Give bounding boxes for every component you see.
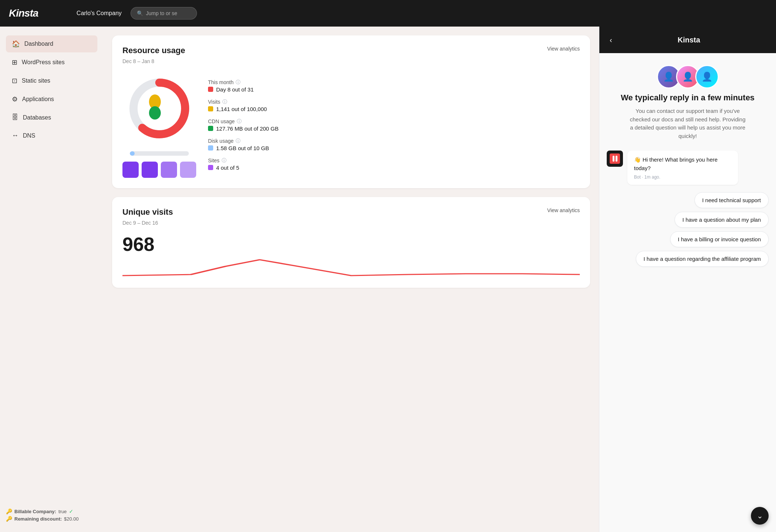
sites-label: Sites <box>208 158 219 163</box>
info-icon-visits[interactable]: ⓘ <box>222 99 227 105</box>
dot-blue <box>208 145 213 151</box>
dot-red <box>208 87 213 92</box>
reply-technical-support[interactable]: I need technical support <box>694 192 769 208</box>
sidebar-item-dashboard[interactable]: 🏠 Dashboard <box>6 35 97 52</box>
info-icon-sites[interactable]: ⓘ <box>222 157 226 164</box>
stat-disk: Disk usage ⓘ 1.58 GB out of 10 GB <box>208 138 278 151</box>
block-1 <box>122 162 139 178</box>
bot-bubble: 👋 Hi there! What brings you here today? … <box>627 151 738 185</box>
billable-label: Billable Company: <box>14 509 56 514</box>
visit-count: 968 <box>122 233 580 255</box>
sites-value: 4 out of 5 <box>216 165 239 171</box>
blocks-row <box>122 162 196 178</box>
app-logo: Kinsta <box>9 7 38 19</box>
this-month-label: This month <box>208 79 233 85</box>
dot-yellow <box>208 106 213 111</box>
visits-card-title: Unique visits <box>122 207 173 217</box>
home-icon: 🏠 <box>12 40 20 48</box>
sidebar-nav: 🏠 Dashboard ⊞ WordPress sites ⊡ Static s… <box>6 35 97 144</box>
reply-time: We typically reply in a few minutes <box>621 93 755 103</box>
unique-visits-card: Unique visits View analytics Dec 9 – Dec… <box>112 197 590 288</box>
wordpress-icon: ⊞ <box>12 58 17 66</box>
sidebar-label-wordpress: WordPress sites <box>22 59 65 66</box>
sidebar-label-static-sites: Static sites <box>22 77 50 84</box>
chat-title: Kinsta <box>621 36 757 44</box>
key-icon-discount: 🔑 <box>6 516 12 522</box>
disk-value: 1.58 GB out of 10 GB <box>216 145 269 151</box>
visits-card-header: Unique visits View analytics <box>122 207 580 217</box>
search-placeholder: Jump to or se <box>146 10 177 16</box>
resource-view-analytics[interactable]: View analytics <box>547 46 580 52</box>
sidebar-label-applications: Applications <box>22 96 54 103</box>
sidebar-item-applications[interactable]: ⚙ Applications <box>6 91 97 108</box>
discount-label: Remaining discount: <box>14 516 62 522</box>
dot-purple <box>208 165 213 170</box>
discount-value: $20.00 <box>64 516 79 522</box>
search-icon: 🔍 <box>137 10 143 16</box>
info-icon-month[interactable]: ⓘ <box>236 79 240 86</box>
reply-plan-question[interactable]: I have a question about my plan <box>675 212 769 228</box>
stat-sites: Sites ⓘ 4 out of 5 <box>208 157 278 171</box>
chevron-down-icon: ⌄ <box>757 511 763 520</box>
sidebar-item-wordpress[interactable]: ⊞ WordPress sites <box>6 54 97 71</box>
search-bar[interactable]: 🔍 Jump to or se <box>131 7 197 20</box>
bot-avatar-inner <box>610 153 620 164</box>
stat-visits: Visits ⓘ 1,141 out of 100,000 <box>208 99 278 112</box>
key-icon-billable: 🔑 <box>6 508 12 514</box>
svg-point-3 <box>149 106 161 120</box>
visits-value: 1,141 out of 100,000 <box>216 106 267 112</box>
resource-card-header: Resource usage View analytics <box>122 46 580 55</box>
reply-description: You can contact our support team if you'… <box>629 107 747 140</box>
disk-label: Disk usage <box>208 138 233 144</box>
bot-avatar <box>607 151 623 167</box>
company-name: Carlo's Company <box>77 10 122 17</box>
visits-label: Visits <box>208 99 220 105</box>
sidebar: 🏠 Dashboard ⊞ WordPress sites ⊡ Static s… <box>0 27 103 532</box>
scroll-down-button[interactable]: ⌄ <box>751 507 769 525</box>
resource-card-title: Resource usage <box>122 46 185 55</box>
visits-view-analytics[interactable]: View analytics <box>547 207 580 213</box>
agent-avatar-3: 👤 <box>695 65 719 89</box>
billable-value: true <box>58 509 66 514</box>
donut-chart <box>122 72 196 145</box>
dot-green <box>208 126 213 131</box>
databases-icon: 🗄 <box>12 114 18 121</box>
agents-intro: 👤 👤 👤 We typically reply in a few minute… <box>607 62 769 143</box>
sidebar-item-dns[interactable]: ↔ DNS <box>6 127 97 144</box>
sidebar-label-dns: DNS <box>23 132 35 139</box>
reply-billing-question[interactable]: I have a billing or invoice question <box>670 231 769 247</box>
block-3 <box>161 162 177 178</box>
chat-body: 👤 👤 👤 We typically reply in a few minute… <box>599 53 776 532</box>
info-icon-disk[interactable]: ⓘ <box>236 138 240 144</box>
sidebar-label-dashboard: Dashboard <box>24 41 53 47</box>
visits-date-range: Dec 9 – Dec 16 <box>122 220 580 226</box>
cdn-label: CDN usage <box>208 118 235 124</box>
reply-affiliate-question[interactable]: I have a question regarding the affiliat… <box>636 251 769 267</box>
agents-avatars: 👤 👤 👤 <box>657 65 719 89</box>
block-4 <box>180 162 196 178</box>
static-sites-icon: ⊡ <box>12 77 17 85</box>
stats-list: This month ⓘ Day 8 out of 31 Visits ⓘ <box>208 79 278 171</box>
sidebar-item-databases[interactable]: 🗄 Databases <box>6 109 97 126</box>
sidebar-label-databases: Databases <box>23 114 51 121</box>
chat-back-button[interactable]: ‹ <box>607 34 615 46</box>
sidebar-item-static-sites[interactable]: ⊡ Static sites <box>6 72 97 89</box>
reply-options: I need technical support I have a questi… <box>607 192 769 267</box>
chat-header: ‹ Kinsta <box>599 27 776 53</box>
chat-panel: ‹ Kinsta 👤 👤 👤 We typically reply in <box>599 27 776 532</box>
visits-mini-chart <box>122 255 580 277</box>
cdn-value: 127.76 MB out of 200 GB <box>216 125 278 132</box>
block-2 <box>142 162 158 178</box>
bot-message-text: 👋 Hi there! What brings you here today? <box>634 156 731 172</box>
bot-timestamp: Bot · 1m ago. <box>634 175 731 180</box>
resource-date-range: Dec 8 – Jan 8 <box>122 58 580 64</box>
resource-content: This month ⓘ Day 8 out of 31 Visits ⓘ <box>122 72 580 178</box>
progress-bar <box>130 151 189 156</box>
stat-cdn: CDN usage ⓘ 127.76 MB out of 200 GB <box>208 118 278 132</box>
applications-icon: ⚙ <box>12 95 18 103</box>
bot-message-row: 👋 Hi there! What brings you here today? … <box>607 151 769 185</box>
billable-check: ✓ <box>69 508 73 514</box>
info-icon-cdn[interactable]: ⓘ <box>237 118 242 125</box>
stat-this-month: This month ⓘ Day 8 out of 31 <box>208 79 278 93</box>
sidebar-footer: 🔑 Billable Company: true ✓ 🔑 Remaining d… <box>6 508 97 523</box>
